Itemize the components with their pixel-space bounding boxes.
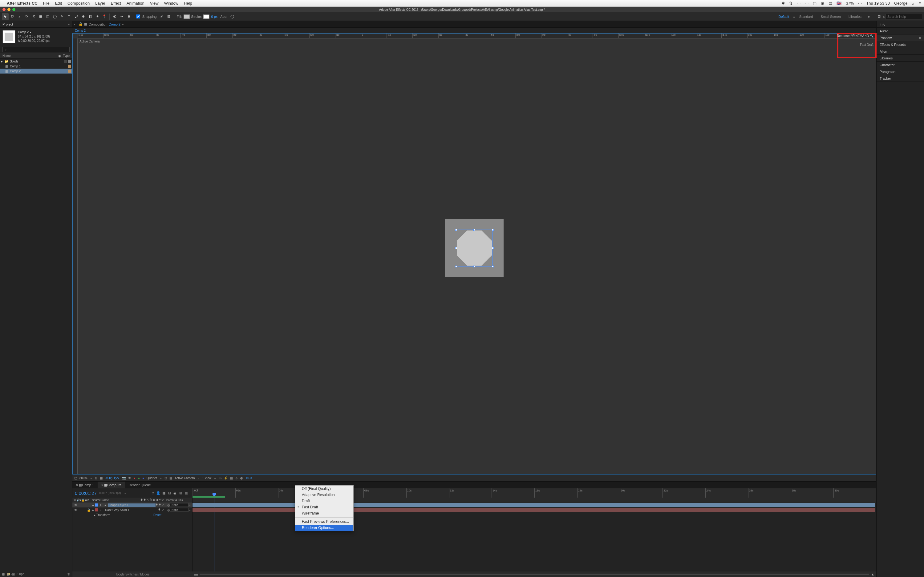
wrench-icon[interactable]: 🔧 — [870, 34, 874, 37]
app-menu[interactable]: After Effects CC — [7, 1, 37, 6]
timeline-icon[interactable]: ▦ — [230, 476, 233, 480]
menu-adaptive[interactable]: Adaptive Resolution — [295, 492, 353, 498]
menu-effect[interactable]: Effect — [111, 1, 121, 6]
tl-tab-comp1[interactable]: × ▦ Comp 1 — [73, 482, 98, 488]
grid-icon[interactable]: ▦ — [100, 476, 103, 480]
rectangle-tool[interactable]: ◯ — [52, 13, 58, 20]
display-icon[interactable]: ▭ — [797, 1, 801, 6]
airplay-icon[interactable]: ▢ — [813, 1, 816, 6]
axis-world-icon[interactable]: ⊹ — [118, 13, 125, 20]
work-area[interactable] — [192, 496, 225, 498]
layer-name[interactable]: Dark Gray Solid 1 — [105, 508, 158, 512]
selection-tool[interactable] — [2, 13, 9, 20]
menu-file[interactable]: File — [43, 1, 50, 6]
menu-window[interactable]: Window — [164, 1, 178, 6]
tl-footer-icon3[interactable]: {} — [11, 572, 13, 576]
menu-help[interactable]: Help — [184, 1, 192, 6]
trash-icon[interactable]: 🗑 — [67, 572, 70, 576]
panel-paragraph[interactable]: Paragraph — [877, 68, 924, 75]
comp-canvas[interactable] — [445, 219, 504, 277]
source-name-header[interactable]: Source Name — [92, 498, 109, 501]
type-tool[interactable]: T — [66, 13, 73, 20]
camera-dd[interactable]: Active Camera — [174, 476, 195, 480]
eraser-tool[interactable]: ◧ — [87, 13, 94, 20]
transparency-icon[interactable]: ▦ — [170, 476, 172, 480]
channel-icon[interactable]: ● — [134, 476, 136, 480]
puppet-tool[interactable]: 📍 — [101, 13, 108, 20]
tl-tab-renderqueue[interactable]: Render Queue — [125, 482, 154, 488]
maximize-window[interactable] — [12, 8, 15, 11]
menu-layer[interactable]: Layer — [95, 1, 105, 6]
hand-tool[interactable] — [9, 13, 16, 20]
project-item-comp2[interactable]: ▦ Comp 2 — [0, 69, 72, 74]
pan-behind-tool[interactable]: ◫ — [44, 13, 51, 20]
status-icon[interactable]: ✱ — [782, 1, 785, 6]
col-label-icon[interactable]: ◉ — [58, 54, 61, 58]
lock-icon[interactable]: 🔒 — [79, 22, 83, 26]
parent-dropdown[interactable]: None — [170, 508, 189, 512]
current-time[interactable]: 0;00;01;27 — [105, 476, 120, 480]
axis-view-icon[interactable]: ⊕ — [125, 13, 132, 20]
menu-edit[interactable]: Edit — [55, 1, 62, 6]
project-search[interactable]: ⌕ — [2, 47, 69, 52]
minimize-window[interactable] — [7, 8, 10, 11]
camera-tool[interactable]: ▦ — [37, 13, 44, 20]
zoom-level[interactable]: 800% — [79, 476, 87, 480]
menu-prefs[interactable]: Fast Previews Preferences... — [295, 519, 353, 525]
tl-opt4-icon[interactable]: ◉ — [173, 491, 178, 495]
panel-tracker[interactable]: Tracker — [877, 75, 924, 82]
graph-editor-icon[interactable]: ▤ — [184, 491, 189, 495]
show-snapshot-icon[interactable]: 👁 — [128, 476, 131, 480]
timeline-search-icon[interactable]: ⌕ — [124, 491, 126, 495]
comp-name[interactable]: Comp 2 ▾ — [18, 30, 50, 34]
menu-off[interactable]: Off (Final Quality) — [295, 485, 353, 492]
wifi-icon[interactable]: ◉ — [821, 1, 824, 6]
project-item-solids[interactable]: ▸📁 Solids — [0, 59, 72, 64]
panel-preview[interactable]: Preview≡ — [877, 34, 924, 41]
stroke-swatch[interactable] — [203, 15, 210, 19]
orbit-tool[interactable]: ↻ — [23, 13, 30, 20]
col-name[interactable]: Name — [2, 54, 58, 58]
menu-renderer-options[interactable]: Renderer Options... — [295, 525, 353, 531]
transform-reset[interactable]: Reset — [153, 513, 162, 517]
panel-audio[interactable]: Audio — [877, 28, 924, 34]
panel-info[interactable]: Info — [877, 21, 924, 28]
layer-name[interactable]: Shape Layer 1 — [108, 503, 155, 507]
sync-icon[interactable]: ⊡ — [876, 13, 882, 20]
toggle-switches[interactable]: Toggle Switches / Modes — [73, 571, 192, 577]
workspace-small[interactable]: Small Screen — [821, 15, 840, 18]
pen-tool[interactable]: ✎ — [58, 13, 65, 20]
tl-footer-icon2[interactable]: ▦ — [6, 572, 10, 576]
panel-menu-icon[interactable]: ≡ — [68, 23, 69, 26]
close-tab-icon[interactable]: × — [74, 23, 76, 26]
clock[interactable]: Thu 19 53 30 — [866, 1, 890, 6]
views-dd[interactable]: 1 View — [202, 476, 211, 480]
panel-align[interactable]: Align — [877, 48, 924, 55]
parent-header[interactable]: Parent & Link — [166, 498, 191, 501]
workspace-overflow-icon[interactable]: » — [866, 13, 872, 20]
battery-icon[interactable]: ▭ — [858, 1, 862, 6]
zoom-out-icon[interactable]: ▬ — [194, 572, 198, 576]
fill-swatch[interactable] — [184, 15, 190, 19]
layer-row-1[interactable]: 👁 ▸ 1 ★ Shape Layer 1 ✱✱／ ◎ None⌄ — [73, 503, 192, 508]
stroke-width[interactable]: 0 px — [211, 15, 218, 18]
battery-pct[interactable]: 37% — [846, 1, 854, 6]
zoom-in-icon[interactable]: ▲ — [871, 572, 874, 576]
workspace-standard[interactable]: Standard — [799, 15, 813, 18]
panel-libraries[interactable]: Libraries — [877, 55, 924, 61]
reset-exposure-icon[interactable]: ◐ — [240, 476, 243, 480]
resolution-icon[interactable]: ⊞ — [95, 476, 97, 480]
zoom-tool[interactable]: ⌕ — [16, 13, 23, 20]
flag-icon[interactable]: 🇬🇧 — [837, 1, 842, 6]
project-item-comp1[interactable]: ▦ Comp 1 — [0, 64, 72, 69]
spotlight-icon[interactable]: ⌕ — [912, 1, 914, 6]
snap-opt-icon[interactable]: ⤢ — [158, 13, 165, 20]
breadcrumb[interactable]: Comp 2 — [75, 29, 86, 32]
parent-dropdown[interactable]: None — [170, 503, 189, 507]
tl-footer-icon1[interactable]: ⊕ — [2, 572, 5, 576]
user[interactable]: George — [894, 1, 907, 6]
menu-extra-icon[interactable]: ≡ — [918, 1, 921, 6]
snap-opt2-icon[interactable]: ⊡ — [165, 13, 172, 20]
col-type[interactable]: Type — [63, 54, 69, 58]
tl-opt5-icon[interactable]: ⊞ — [178, 491, 183, 495]
